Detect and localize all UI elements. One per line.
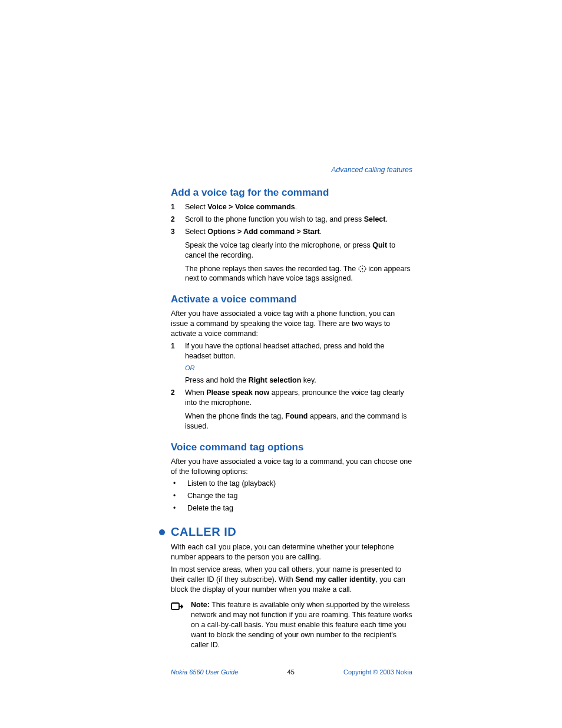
paragraph: After you have associated a voice tag to… xyxy=(171,457,412,477)
heading-voice-tag-options: Voice command tag options xyxy=(171,441,412,454)
step-number: 1 xyxy=(171,202,185,212)
step-number: 3 xyxy=(171,227,185,237)
heading-caller-id: CALLER ID xyxy=(171,524,236,540)
step-sub-text: When the phone finds the tag, Found appe… xyxy=(185,411,412,431)
paragraph: After you have associated a voice tag wi… xyxy=(171,309,412,339)
bullet-text: Listen to the tag (playback) xyxy=(187,479,412,489)
svg-rect-2 xyxy=(171,603,179,610)
step-text: Select Options > Add command > Start. xyxy=(185,227,412,237)
section-bullet-icon xyxy=(159,529,165,535)
paragraph: In most service areas, when you call oth… xyxy=(171,565,412,595)
note-icon xyxy=(171,600,191,650)
page-content: Advanced calling features Add a voice ta… xyxy=(171,165,412,677)
bullet-text: Change the tag xyxy=(187,491,412,501)
footer-page-number: 45 xyxy=(287,668,295,677)
heading-add-voice-tag: Add a voice tag for the command xyxy=(171,186,412,200)
bullet-text: Delete the tag xyxy=(187,503,412,513)
running-header: Advanced calling features xyxy=(171,165,412,174)
step-sub-text: Press and hold the Right selection key. xyxy=(185,375,412,386)
bullet-icon: • xyxy=(171,503,187,513)
svg-point-1 xyxy=(362,268,363,269)
list-item: 3 Select Options > Add command > Start. xyxy=(171,227,412,237)
footer-copyright: Copyright © 2003 Nokia xyxy=(343,668,412,677)
list-item: 2 When Please speak now appears, pronoun… xyxy=(171,388,412,408)
step-number: 2 xyxy=(171,215,185,225)
heading-activate-voice: Activate a voice command xyxy=(171,293,412,307)
bullet-item: • Listen to the tag (playback) xyxy=(171,479,412,489)
list-item: 1 Select Voice > Voice commands. xyxy=(171,202,412,212)
list-item: 1 If you have the optional headset attac… xyxy=(171,341,412,361)
step-sub-text: The phone replays then saves the recorde… xyxy=(185,264,412,284)
footer-guide-name: Nokia 6560 User Guide xyxy=(171,668,238,677)
or-separator: OR xyxy=(185,364,412,373)
bullet-item: • Delete the tag xyxy=(171,503,412,513)
section-heading-caller-id: CALLER ID xyxy=(159,524,412,540)
paragraph: With each call you place, you can determ… xyxy=(171,542,412,562)
step-sub-text: Speak the voice tag clearly into the mic… xyxy=(185,241,412,261)
note-text: Note: This feature is available only whe… xyxy=(191,600,412,650)
step-text: If you have the optional headset attache… xyxy=(185,341,412,361)
list-item: 2 Scroll to the phone function you wish … xyxy=(171,215,412,225)
note-block: Note: This feature is available only whe… xyxy=(171,600,412,650)
step-text: Scroll to the phone function you wish to… xyxy=(185,215,412,225)
step-number: 1 xyxy=(171,341,185,361)
page-footer: Nokia 6560 User Guide 45 Copyright © 200… xyxy=(171,668,412,677)
step-text: When Please speak now appears, pronounce… xyxy=(185,388,412,408)
bullet-icon: • xyxy=(171,491,187,501)
document-page: Advanced calling features Add a voice ta… xyxy=(0,0,562,728)
bullet-icon: • xyxy=(171,479,187,489)
voice-tag-icon xyxy=(358,265,366,272)
step-text: Select Voice > Voice commands. xyxy=(185,202,412,212)
step-number: 2 xyxy=(171,388,185,408)
bullet-item: • Change the tag xyxy=(171,491,412,501)
